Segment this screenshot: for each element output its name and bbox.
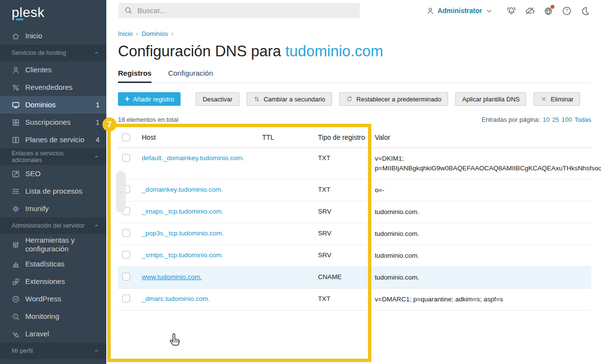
sidebar-item-wordpress[interactable]: WWordPress (0, 290, 106, 308)
sidebar-section-label: Servicios de hosting (12, 50, 94, 56)
row-checkbox[interactable] (122, 273, 130, 281)
tools-icon (12, 241, 20, 249)
sidebar-section-label: Enlaces a servicios adicionales (12, 150, 94, 164)
help-icon[interactable]: ? (562, 6, 572, 16)
sidebar-item-imunify[interactable]: Imunify (0, 200, 106, 217)
restablecer-a-predeterminado-button[interactable]: Restablecer a predeterminado (339, 92, 448, 106)
page-title: Configuración DNS para tudominio.com (118, 42, 591, 61)
svg-text:?: ? (566, 8, 568, 14)
search-icon (124, 6, 133, 15)
sidebar-section-servicios-de-hosting[interactable]: Servicios de hosting (0, 45, 106, 61)
host-link[interactable]: _smtps._tcp.tudominio.com. (142, 251, 223, 259)
table-row: _imaps._tcp.tudominio.com.SRVtudominio.c… (118, 201, 591, 223)
host-link[interactable]: _domainkey.tudominio.com. (142, 186, 223, 193)
breadcrumb-link-inicio[interactable]: Inicio (118, 30, 133, 37)
user-menu[interactable]: Administrator (426, 7, 493, 15)
sidebar-item-label: Laravel (25, 328, 100, 340)
sidebar-section-administracion-del-servidor[interactable]: Administración del servidor (0, 217, 106, 234)
seo-icon (12, 170, 20, 178)
sidebar-item-badge: 4 (96, 136, 100, 144)
row-checkbox-cell (118, 289, 142, 310)
host-cell: _domainkey.tudominio.com. (142, 180, 262, 201)
sidebar-item-lista-de-procesos[interactable]: Lista de procesos (0, 182, 106, 200)
sidebar-section-mi-perfil[interactable]: Mi perfil (0, 343, 106, 359)
table-row: _domainkey.tudominio.com.TXTo=- (118, 180, 591, 201)
sidebar-nav: InicioServicios de hostingClientesRevend… (0, 27, 106, 359)
search-input[interactable] (137, 6, 354, 15)
sidebar-item-clientes[interactable]: Clientes (0, 61, 106, 79)
main-area: Administrator ? Inicio›Dominios› Configu… (106, 0, 601, 364)
table-row: default._domainkey.tudominio.com.TXTv=DK… (118, 148, 591, 180)
cloud-offline-icon[interactable] (525, 6, 535, 16)
toolbar: +Añadir registroDesactivarCambiar a secu… (118, 92, 591, 106)
plesk-logo[interactable]: plesk (0, 0, 106, 27)
column-header-host: Host (142, 127, 262, 148)
page-title-prefix: Configuración DNS para (118, 43, 285, 60)
sidebar-item-revendedores[interactable]: Revendedores (0, 79, 106, 96)
host-link[interactable]: default._domainkey.tudominio.com. (142, 154, 244, 162)
ttl-cell (262, 223, 318, 245)
table-header-row: Host TTL Tipo de registro Valor (118, 127, 591, 148)
search-box[interactable] (118, 3, 360, 18)
record-type-cell: SRV (318, 245, 375, 266)
sidebar-item-extensiones[interactable]: Extensiones (0, 273, 106, 290)
sidebar-item-label: Revendedores (25, 81, 100, 94)
host-link[interactable]: _pop3s._tcp.tudominio.com. (142, 230, 224, 237)
ttl-cell (262, 148, 318, 179)
row-checkbox[interactable] (122, 229, 130, 237)
per-page-option-100[interactable]: 100 (562, 116, 572, 123)
value-cell: v=DKIM1; p=MIIBIjANBgkqhkiG9w0BAQEFAAOCA… (375, 148, 601, 179)
row-checkbox[interactable] (122, 295, 130, 302)
host-link[interactable]: www.tudominio.com. (142, 273, 202, 281)
cambiar-a-secundario-button[interactable]: Cambiar a secundario (247, 92, 332, 106)
sidebar-item-badge: 1 (96, 101, 100, 109)
per-page-option-25[interactable]: 25 (552, 116, 559, 123)
notifications-icon[interactable] (506, 6, 517, 16)
sidebar-item-label: Estadísticas (25, 258, 100, 270)
breadcrumb-separator: › (136, 30, 138, 37)
sidebar-item-estadisticas[interactable]: Estadísticas (0, 255, 106, 273)
desactivar-button[interactable]: Desactivar (196, 92, 239, 106)
aplicar-plantilla-dns-button[interactable]: Aplicar plantilla DNS (455, 92, 527, 106)
sidebar-item-suscripciones[interactable]: Suscripciones1 (0, 114, 106, 131)
eliminar-button[interactable]: Eliminar (534, 92, 580, 106)
sidebar-item-herramientas-y-configuracion[interactable]: Herramientas y configuración (0, 234, 106, 255)
sidebar: plesk InicioServicios de hostingClientes… (0, 0, 106, 364)
sidebar-item-dominios[interactable]: Dominios1 (0, 96, 106, 114)
per-page-option-10[interactable]: 10 (543, 116, 550, 123)
sidebar-item-inicio[interactable]: Inicio (0, 27, 106, 45)
row-checkbox-cell (118, 267, 142, 288)
sidebar-item-laravel[interactable]: Laravel (0, 325, 106, 343)
per-page-option-todas[interactable]: Todas (574, 116, 591, 123)
row-checkbox[interactable] (122, 154, 130, 162)
value-cell: tudominio.com. (375, 223, 591, 245)
button-label: Eliminar (551, 96, 573, 103)
tab-configuracion[interactable]: Configuración (168, 69, 213, 83)
tab-registros[interactable]: Registros (118, 69, 151, 83)
host-link[interactable]: _dmarc.tudominio.com. (142, 295, 210, 302)
dark-mode-icon[interactable] (580, 6, 590, 16)
svg-text:W: W (14, 298, 17, 301)
sidebar-item-planes-de-servicio[interactable]: Planes de servicio4 (0, 131, 106, 149)
promotions-icon[interactable] (543, 6, 553, 16)
sidebar-item-monitoring[interactable]: Monitoring (0, 308, 106, 325)
button-label: Restablecer a predeterminado (356, 96, 441, 103)
host-cell: _smtps._tcp.tudominio.com. (142, 245, 262, 266)
topbar: Administrator ? (106, 0, 601, 21)
sidebar-scrollbar[interactable]: ‹ (116, 171, 126, 213)
row-checkbox[interactable] (122, 251, 130, 259)
host-link[interactable]: _imaps._tcp.tudominio.com. (142, 208, 223, 215)
person-icon (426, 7, 434, 15)
button-label: Cambiar a secundario (264, 96, 325, 103)
a-adir-registro-button[interactable]: +Añadir registro (118, 92, 181, 106)
select-all-checkbox[interactable] (122, 133, 130, 141)
breadcrumb-link-dominios[interactable]: Dominios (142, 30, 168, 37)
page-content: Inicio›Dominios› Configuración DNS para … (106, 21, 601, 311)
sidebar-item-seo[interactable]: SEO (0, 165, 106, 182)
button-label: Añadir registro (133, 96, 174, 103)
dns-records-table: Host TTL Tipo de registro Valor default.… (118, 127, 591, 311)
monitoring-icon (12, 313, 20, 321)
sidebar-section-enlaces-a-servicios-adicionales[interactable]: Enlaces a servicios adicionales (0, 149, 106, 165)
column-header-type: Tipo de registro (318, 127, 375, 148)
resellers-icon (12, 83, 20, 92)
